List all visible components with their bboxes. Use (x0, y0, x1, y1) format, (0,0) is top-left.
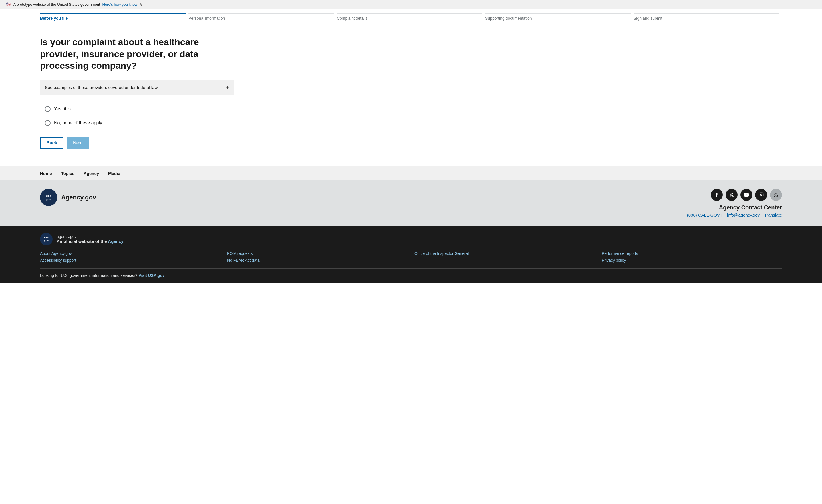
banner-text: A prototype website of the United States… (13, 2, 100, 7)
accordion-expand-icon: + (226, 84, 229, 91)
step-bar-active (40, 13, 185, 14)
step-label-sign-submit: Sign and submit (634, 16, 779, 21)
chevron-icon: ∨ (140, 2, 143, 7)
rss-icon[interactable] (770, 189, 782, 201)
next-button[interactable]: Next (67, 137, 89, 149)
button-group: Back Next (40, 137, 303, 149)
radio-option-yes[interactable]: Yes, it is (40, 102, 234, 116)
radio-group: Yes, it is No, none of these apply (40, 102, 234, 130)
footer-official-line: An official website of the Agency (56, 239, 123, 244)
gov-banner: 🇺🇸 A prototype website of the United Sta… (0, 0, 822, 9)
instagram-icon[interactable] (755, 189, 767, 201)
step-bar-3 (485, 13, 631, 14)
main-content: Is your complaint about a healthcare pro… (0, 25, 343, 166)
visit-usa-gov-link[interactable]: Visit USA.gov (139, 273, 165, 278)
contact-links: (800) CALL-GOVT info@agency.gov Translat… (687, 212, 782, 217)
step-label-supporting-docs: Supporting documentation (485, 16, 631, 21)
footer-bottom-text: Looking for U.S. government information … (40, 268, 782, 278)
step-label-personal-info: Personal information (188, 16, 334, 21)
step-supporting-documentation[interactable]: Supporting documentation (485, 9, 634, 25)
contact-center-title: Agency Contact Center (687, 204, 782, 211)
footer-link-performance[interactable]: Performance reports (602, 251, 782, 256)
footer-link-accessibility[interactable]: Accessibility support (40, 258, 220, 263)
footer-nav-media[interactable]: Media (108, 171, 120, 176)
footer-nav-topics[interactable]: Topics (61, 171, 74, 176)
step-complaint-details[interactable]: Complaint details (337, 9, 485, 25)
contact-email[interactable]: info@agency.gov (727, 212, 760, 217)
twitter-icon[interactable] (726, 189, 738, 201)
facebook-icon[interactable] (711, 189, 723, 201)
footer-dark: usagov agency.gov An official website of… (0, 226, 822, 284)
footer-link-privacy[interactable]: Privacy policy (602, 258, 782, 263)
contact-translate[interactable]: Translate (764, 212, 782, 217)
step-label-complaint-details: Complaint details (337, 16, 482, 21)
accordion-label: See examples of these providers covered … (45, 85, 157, 90)
heres-how-link[interactable]: Here's how you know (102, 2, 137, 7)
footer-agency-link[interactable]: Agency (108, 239, 123, 244)
step-before-you-file[interactable]: Before you file (40, 9, 188, 25)
radio-circle-yes (45, 106, 50, 112)
footer-link-inspector[interactable]: Office of the Inspector General (414, 251, 595, 256)
footer-link-no-fear[interactable]: No FEAR Act data (227, 258, 408, 263)
contact-phone[interactable]: (800) CALL-GOVT (687, 212, 722, 217)
step-label-before-you-file: Before you file (40, 16, 185, 21)
svg-point-3 (774, 196, 775, 197)
footer-nav: Home Topics Agency Media (0, 166, 822, 180)
footer-agency-name: Agency.gov (61, 194, 96, 201)
step-bar-4 (634, 13, 779, 14)
step-sign-and-submit[interactable]: Sign and submit (634, 9, 782, 25)
flag-icon: 🇺🇸 (6, 2, 11, 7)
footer-dark-agency-text: agency.gov An official website of the Ag… (56, 234, 123, 244)
radio-option-no[interactable]: No, none of these apply (40, 116, 234, 130)
footer-logo-area: usagov Agency.gov (40, 189, 96, 206)
footer-site-label: agency.gov (56, 234, 123, 239)
footer-social-contact: Agency Contact Center (800) CALL-GOVT in… (687, 189, 782, 217)
footer-link-about[interactable]: About Agency.gov (40, 251, 220, 256)
usa-gov-logo-small: usagov (40, 233, 52, 245)
examples-accordion[interactable]: See examples of these providers covered … (40, 80, 234, 95)
youtube-icon[interactable] (740, 189, 752, 201)
svg-rect-1 (759, 193, 764, 197)
progress-bar-container: Before you file Personal information Com… (0, 9, 822, 25)
footer-main: usagov Agency.gov Agency Contact Center … (0, 180, 822, 226)
social-icons (687, 189, 782, 201)
usa-gov-logo-text: usagov (46, 194, 51, 201)
question-title: Is your complaint about a healthcare pro… (40, 36, 234, 72)
accordion-header[interactable]: See examples of these providers covered … (40, 80, 234, 95)
step-personal-information[interactable]: Personal information (188, 9, 337, 25)
radio-circle-no (45, 120, 50, 126)
footer-links-grid: About Agency.gov FOIA requests Office of… (40, 251, 782, 263)
footer-nav-home[interactable]: Home (40, 171, 52, 176)
radio-label-yes: Yes, it is (54, 106, 71, 112)
progress-track: Before you file Personal information Com… (40, 9, 782, 25)
step-bar-1 (188, 13, 334, 14)
usa-gov-logo: usagov (40, 189, 57, 206)
footer-link-foia[interactable]: FOIA requests (227, 251, 408, 256)
footer-nav-agency[interactable]: Agency (84, 171, 99, 176)
back-button[interactable]: Back (40, 137, 63, 149)
radio-label-no: No, none of these apply (54, 120, 102, 125)
step-bar-2 (337, 13, 482, 14)
footer-dark-top: usagov agency.gov An official website of… (40, 233, 782, 245)
